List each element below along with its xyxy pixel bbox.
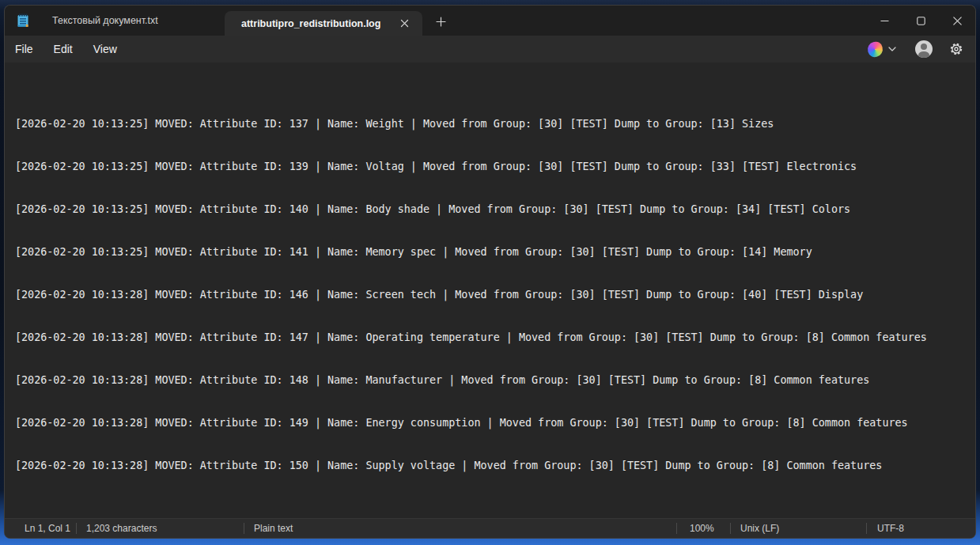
menu-file[interactable]: File — [5, 39, 44, 59]
account-icon — [921, 44, 927, 50]
new-tab-plus-icon — [436, 17, 446, 27]
divider — [676, 523, 677, 534]
account-button[interactable] — [915, 40, 933, 58]
log-line: [2026-02-20 10:13:28] MOVED: Attribute I… — [15, 459, 975, 473]
divider — [730, 523, 731, 534]
log-line: [2026-02-20 10:13:28] MOVED: Attribute I… — [15, 331, 975, 345]
document-type: Plain text — [254, 519, 293, 538]
tab-close-button[interactable] — [394, 15, 414, 32]
minimize-icon — [880, 17, 889, 25]
chevron-down-icon — [888, 47, 896, 51]
notepad-app-icon — [15, 13, 31, 28]
settings-gear-icon[interactable] — [949, 42, 963, 56]
tab-text-document[interactable]: Текстовый документ.txt — [40, 6, 171, 36]
menu-bar-right — [868, 40, 975, 58]
tab-label: Текстовый документ.txt — [52, 15, 158, 26]
divider — [866, 523, 867, 534]
window-controls — [866, 6, 975, 36]
new-tab-button[interactable] — [429, 12, 452, 31]
maximize-button[interactable] — [902, 6, 939, 36]
log-line: [2026-02-20 10:13:28] MOVED: Attribute I… — [15, 373, 975, 388]
status-bar: Ln 1, Col 1 1,203 characters Plain text … — [5, 518, 975, 538]
close-button[interactable] — [939, 6, 975, 36]
title-bar: Текстовый документ.txt attributipro_redi… — [5, 6, 975, 36]
tab-close-icon — [400, 19, 409, 28]
tab-log-file[interactable]: attributipro_redistribution.log — [225, 11, 422, 36]
divider — [76, 523, 77, 534]
copilot-icon — [866, 40, 884, 58]
minimize-button[interactable] — [866, 6, 902, 36]
menu-bar: File Edit View — [5, 36, 975, 62]
copilot-button[interactable] — [868, 42, 896, 57]
divider — [244, 523, 244, 534]
cursor-position: Ln 1, Col 1 — [25, 519, 70, 538]
line-ending[interactable]: Unix (LF) — [740, 519, 779, 538]
log-line: [2026-02-20 10:13:25] MOVED: Attribute I… — [15, 245, 975, 259]
log-line: [2026-02-20 10:13:28] MOVED: Attribute I… — [15, 288, 975, 302]
log-line: [2026-02-20 10:13:28] MOVED: Attribute I… — [15, 416, 975, 430]
notepad-window: Текстовый документ.txt attributipro_redi… — [4, 5, 976, 539]
maximize-icon — [917, 17, 925, 25]
log-line: [2026-02-20 10:13:25] MOVED: Attribute I… — [15, 160, 975, 174]
zoom-level[interactable]: 100% — [690, 519, 714, 538]
menu-edit[interactable]: Edit — [44, 39, 83, 59]
log-line: [2026-02-20 10:13:25] MOVED: Attribute I… — [15, 117, 975, 131]
tab-label: attributipro_redistribution.log — [241, 18, 380, 29]
encoding[interactable]: UTF-8 — [877, 519, 904, 538]
log-line: [2026-02-20 10:13:25] MOVED: Attribute I… — [15, 202, 975, 217]
menu-view[interactable]: View — [83, 39, 127, 59]
text-editor[interactable]: [2026-02-20 10:13:25] MOVED: Attribute I… — [5, 62, 975, 518]
close-icon — [953, 17, 962, 25]
character-count: 1,203 characters — [86, 519, 157, 538]
